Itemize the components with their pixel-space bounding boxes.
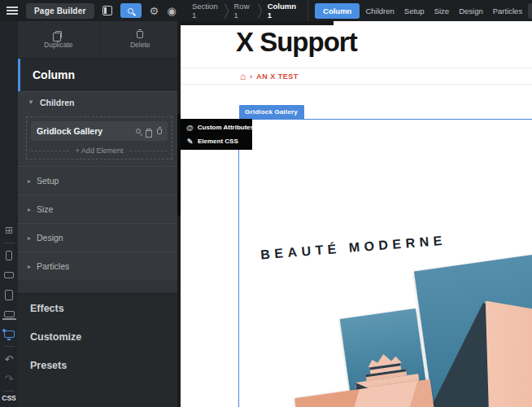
delete-label: Delete — [130, 41, 150, 49]
divider — [3, 391, 15, 392]
tab-effects[interactable]: Effects — [528, 3, 532, 19]
child-element-label: Gridlock Gallery — [37, 126, 102, 136]
breadcrumb-separator — [256, 3, 262, 18]
chevron-down-icon: ▼ — [28, 98, 34, 106]
section-design[interactable]: ▸ Design — [18, 223, 181, 252]
search-icon — [128, 8, 133, 14]
section-setup-label: Setup — [37, 176, 59, 186]
section-setup[interactable]: ▸ Setup — [18, 166, 181, 195]
topbar-left: Page Builder ⚙ ◉ — [0, 3, 181, 19]
tab-children[interactable]: Children — [361, 3, 398, 19]
element-actions: Duplicate Delete — [18, 21, 181, 59]
delete-button[interactable]: Delete — [99, 21, 181, 58]
sidebar-scrollbar[interactable] — [177, 21, 181, 407]
duplicate-icon — [55, 31, 62, 38]
section-size[interactable]: ▸ Size — [18, 195, 181, 223]
children-list: Gridlock Gallery + Add Element — [26, 116, 172, 160]
selected-element-tag[interactable]: Gridlock Gallery — [239, 105, 304, 119]
topbar-right: Section 1 Row 1 Column 1 Column Children… — [181, 0, 532, 21]
breadcrumb-row[interactable]: Row 1 — [229, 2, 257, 20]
divider — [3, 346, 15, 347]
scrollbar-thumb[interactable] — [177, 114, 181, 216]
context-menu: @ Custom Attributes ✎ Element CSS — [181, 119, 252, 150]
duplicate-label: Duplicate — [44, 41, 72, 49]
breadcrumb-separator — [223, 3, 229, 18]
add-element-button[interactable]: + Add Element — [31, 147, 168, 155]
breadcrumb-section[interactable]: Section 1 — [187, 2, 223, 20]
section-size-label: Size — [37, 204, 53, 214]
section-presets[interactable]: Presets — [18, 351, 177, 379]
breadcrumb: Section 1 Row 1 Column 1 — [187, 0, 301, 21]
inspect-icon[interactable] — [136, 129, 141, 133]
chevron-right-icon: ▸ — [28, 177, 31, 185]
tab-design[interactable]: Design — [455, 3, 487, 19]
gallery-heading: BEAUTÉ MODERNE — [260, 233, 456, 263]
section-design-label: Design — [37, 233, 63, 243]
css-button[interactable]: CSS — [2, 394, 15, 402]
desktop-icon[interactable] — [0, 324, 18, 344]
sidebar-bottom-sections: Effects Customize Presets — [18, 293, 177, 407]
children-body: Gridlock Gallery + Add Element — [18, 112, 181, 166]
breadcrumb-column[interactable]: Column 1 — [263, 2, 301, 20]
home-icon[interactable]: ⌂ — [240, 72, 246, 81]
section-particles-label: Particles — [37, 261, 69, 271]
breadcrumb-arrow: › — [250, 72, 252, 81]
page-breadcrumb-label[interactable]: AN X TEST — [256, 72, 299, 81]
page-breadcrumb-band: ⌂ › AN X TEST — [181, 68, 532, 85]
tab-column[interactable]: Column — [315, 3, 360, 19]
trash-icon[interactable] — [157, 129, 162, 134]
gallery-photo-pyramid — [414, 250, 532, 407]
inspector-sidebar: Duplicate Delete Column ▼ Children Gridl… — [18, 21, 181, 407]
section-children[interactable]: ▼ Children — [18, 91, 181, 112]
section-customize[interactable]: Customize — [18, 322, 177, 351]
section-particles[interactable]: ▸ Particles — [18, 252, 181, 280]
divider — [3, 243, 15, 243]
page-title: X Support — [236, 27, 357, 58]
section-children-label: Children — [40, 98, 75, 107]
chevron-right-icon: ▸ — [28, 206, 31, 213]
section-effects[interactable]: Effects — [18, 294, 177, 322]
chevron-right-icon: ▸ — [28, 234, 31, 242]
redo-icon[interactable]: ↷ — [0, 369, 18, 388]
phone-landscape-icon[interactable] — [0, 265, 18, 285]
chevron-right-icon: ▸ — [28, 263, 31, 270]
child-element-row[interactable]: Gridlock Gallery — [31, 121, 168, 141]
tablet-icon[interactable] — [0, 285, 18, 304]
topbar-edge-strip — [181, 21, 334, 25]
topbar: Page Builder ⚙ ◉ Section 1 Row 1 Column … — [0, 0, 532, 21]
at-sign-icon: @ — [186, 124, 194, 132]
toolstrip: ⊞ ↶ ↷ CSS — [0, 21, 18, 407]
duplicate-button[interactable]: Duplicate — [18, 21, 99, 58]
tab-particles[interactable]: Particles — [489, 3, 526, 19]
menu-item-label: Custom Attributes — [198, 124, 254, 131]
phone-portrait-icon[interactable] — [0, 246, 18, 265]
settings-gear-icon[interactable]: ⚙ — [150, 6, 159, 16]
tab-size[interactable]: Size — [430, 3, 453, 19]
tab-setup[interactable]: Setup — [400, 3, 429, 19]
laptop-icon[interactable] — [0, 304, 18, 324]
add-element-label: + Add Element — [76, 147, 124, 155]
inspector-tabs: Column Children Setup Size Design Partic… — [307, 0, 532, 21]
inspector-title: Column — [18, 59, 181, 91]
duplicate-icon[interactable] — [146, 129, 151, 134]
menu-item-label: Element CSS — [198, 138, 238, 145]
undo-icon[interactable]: ↶ — [0, 349, 18, 369]
search-button[interactable] — [120, 3, 142, 18]
page-builder-button[interactable]: Page Builder — [26, 3, 94, 19]
menu-item-element-css[interactable]: ✎ Element CSS — [181, 134, 252, 148]
elements-icon[interactable]: ⊞ — [0, 221, 18, 240]
gridlock-gallery-preview[interactable]: BEAUTÉ MODERNE — [239, 120, 532, 407]
preview-settings-icon[interactable]: ◉ — [167, 6, 176, 16]
pencil-icon: ✎ — [186, 138, 194, 146]
menu-item-custom-attributes[interactable]: @ Custom Attributes — [181, 120, 252, 134]
menu-icon[interactable] — [7, 7, 18, 15]
trash-icon — [137, 31, 143, 38]
preview-canvas: X Support ⌂ › AN X TEST Gridlock Gallery… — [181, 21, 532, 407]
sidebar-toggle-icon[interactable] — [102, 6, 112, 15]
